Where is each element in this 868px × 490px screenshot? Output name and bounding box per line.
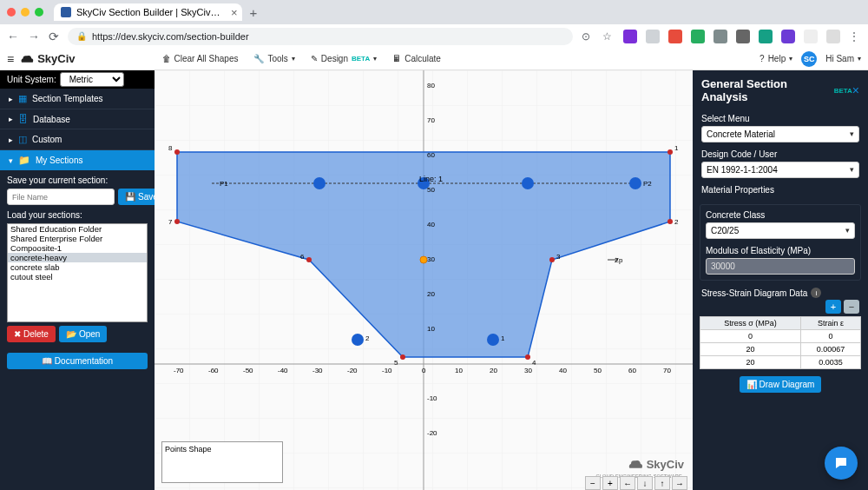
menu-icon[interactable]: ⋮ [849,30,861,43]
extension-icon-3[interactable] [668,30,682,43]
user-avatar[interactable]: SC [801,51,817,67]
draw-diagram-button[interactable]: 📊Draw Diagram [740,376,822,393]
clear-label: Clear All Shapes [174,54,239,63]
svg-text:30: 30 [524,367,532,374]
svg-text:2: 2 [674,218,679,226]
table-row: 200.0035 [700,356,861,369]
svg-text:60: 60 [628,367,636,374]
close-window[interactable] [7,8,16,17]
search-icon[interactable]: ⊙ [582,30,594,43]
url-input[interactable]: 🔒 https://dev.skyciv.com/section-builder [68,28,573,45]
extension-icon-7[interactable] [759,30,773,43]
grid-icon: ▦ [18,93,27,104]
pan-left-button[interactable]: ← [620,476,635,490]
hamburger-icon[interactable]: ≡ [7,52,14,66]
close-tab-icon[interactable]: × [231,6,238,19]
design-code-dropdown[interactable] [701,162,859,178]
list-item[interactable]: cutout steel [8,272,147,281]
svg-text:-20: -20 [427,429,437,437]
add-row-button[interactable]: + [825,300,841,314]
pan-right-button[interactable]: → [672,476,687,490]
extension-icon-8[interactable] [781,30,795,43]
save-section-label: Save your current section: [7,175,148,185]
select-menu-label: Select Menu [701,114,859,123]
concrete-class-dropdown[interactable] [706,222,855,239]
panel-title: General Section Analysis [701,77,831,103]
chevron-down-icon: ▾ [292,55,295,63]
extension-icon-4[interactable] [691,30,705,43]
svg-text:10: 10 [455,367,463,374]
remove-row-button[interactable]: − [844,300,859,314]
zoom-out-button[interactable]: − [585,476,601,490]
sections-list[interactable]: Shared Education Folder Shared Enterpris… [7,223,148,322]
extension-icon-5[interactable] [713,30,727,43]
user-menu[interactable]: Hi Sam ▾ [825,54,861,63]
star-icon[interactable]: ☆ [602,30,615,43]
svg-point-10 [629,177,641,189]
sidebar-item-mysections[interactable]: ▾ 📁 My Sections [0,150,155,170]
chat-widget[interactable] [825,447,858,480]
wrench-icon: 🔧 [253,54,264,63]
extension-icon-10[interactable] [826,30,840,43]
browser-tab[interactable]: SkyCiv Section Builder | SkyCiv… × [54,3,242,21]
trash-icon: 🗑 [162,54,171,63]
list-item[interactable]: concrete slab [8,262,147,272]
new-tab-button[interactable]: + [249,5,257,20]
database-icon: 🗄 [18,114,28,124]
svg-text:-10: -10 [427,394,437,402]
forward-button[interactable]: → [28,30,40,43]
help-icon: ? [760,54,765,63]
filename-input[interactable] [7,189,115,205]
svg-text:40: 40 [427,221,435,228]
clear-shapes-button[interactable]: 🗑 Clear All Shapes [162,54,239,63]
book-icon: 📖 [42,356,52,366]
svg-point-32 [420,256,427,263]
help-label: Help [768,54,786,63]
minimize-window[interactable] [21,8,30,17]
list-item[interactable]: concrete-heavy [8,253,147,262]
x-icon: ✖ [14,329,21,339]
calculate-button[interactable]: 🖩 Calculate [392,54,441,63]
extension-icon-9[interactable] [804,30,818,43]
svg-text:4: 4 [532,359,536,367]
table-row: 200.00067 [700,343,861,356]
svg-point-16 [667,149,673,155]
modulus-label: Modulus of Elasticity (MPa) [706,246,855,255]
address-bar: ← → ⟳ 🔒 https://dev.skyciv.com/section-b… [0,24,868,48]
list-item[interactable]: Shared Enterprise Folder [8,234,147,243]
extension-icon-6[interactable] [736,30,750,43]
list-item[interactable]: Shared Education Folder [8,224,147,234]
points-shape-panel[interactable]: Points Shape [161,441,283,483]
sidebar-item-database[interactable]: ▸ 🗄 Database [0,109,155,129]
pan-down-button[interactable]: ↓ [637,476,653,490]
unit-select[interactable]: Metric [60,72,124,87]
tools-menu[interactable]: 🔧 Tools ▾ [253,54,294,63]
reload-button[interactable]: ⟳ [49,30,59,43]
svg-text:60: 60 [427,151,435,159]
svg-text:7: 7 [168,218,173,226]
sidebar-item-templates[interactable]: ▸ ▦ Section Templates [0,89,155,109]
delete-button[interactable]: ✖Delete [7,326,56,342]
sidebar-item-custom[interactable]: ▸ ◫ Custom [0,129,155,150]
svg-text:50: 50 [427,186,435,194]
design-menu[interactable]: ✎ Design BETA ▾ [311,54,377,63]
info-icon[interactable]: i [811,288,821,298]
help-menu[interactable]: ? Help ▾ [760,54,792,63]
svg-text:80: 80 [427,82,435,89]
load-sections-label: Load your sections: [7,210,148,220]
zoom-in-button[interactable]: + [602,476,618,490]
back-button[interactable]: ← [7,30,19,43]
canvas[interactable]: P1 P2 2 1 1 2 3 4 5 6 7 8 Zp Line: 1 -70 [155,70,693,490]
open-button[interactable]: 📂Open [59,326,107,342]
extension-icon-2[interactable] [646,30,660,43]
pan-up-button[interactable]: ↑ [654,476,670,490]
svg-text:5: 5 [394,359,398,367]
close-panel-icon[interactable]: × [852,83,859,97]
documentation-button[interactable]: 📖Documentation [7,353,148,369]
chat-icon [833,455,849,471]
extension-icon-1[interactable] [623,30,637,43]
select-menu-dropdown[interactable] [701,126,859,142]
logo[interactable]: SkyCiv [19,52,75,65]
maximize-window[interactable] [35,8,43,17]
list-item[interactable]: Compoosite-1 [8,243,147,253]
